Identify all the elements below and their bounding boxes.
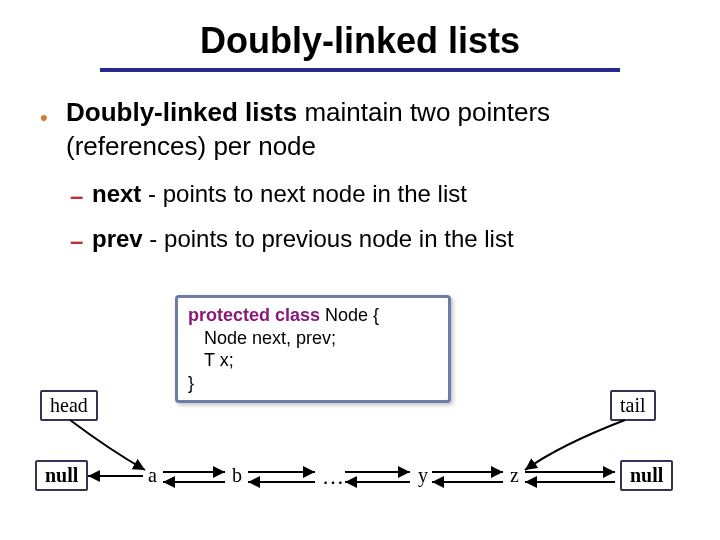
code-text: T x; [188,349,438,372]
sub1-lead: next [92,180,141,207]
sub1-rest: - points to next node in the list [141,180,467,207]
dash-icon: – [70,225,83,256]
linked-list-diagram: head tail null null a b … y z [0,370,720,530]
code-kw: protected [188,305,270,325]
bullet-level2: – prev - points to previous node in the … [70,223,680,254]
bullet-dot-icon: • [40,104,48,133]
dash-icon: – [70,180,83,211]
arrows-svg [0,370,720,530]
bullet-level2: – next - points to next node in the list [70,178,680,209]
sub2-lead: prev [92,225,143,252]
page-title: Doubly-linked lists [0,0,720,68]
sub2-rest: - points to previous node in the list [143,225,514,252]
code-kw: class [275,305,320,325]
code-text: Node { [320,305,379,325]
bullet-level1: • Doubly-linked lists maintain two point… [40,96,680,164]
code-text: Node next, prev; [188,327,438,350]
title-underline [100,68,620,72]
bullet1-lead: Doubly-linked lists [66,97,297,127]
